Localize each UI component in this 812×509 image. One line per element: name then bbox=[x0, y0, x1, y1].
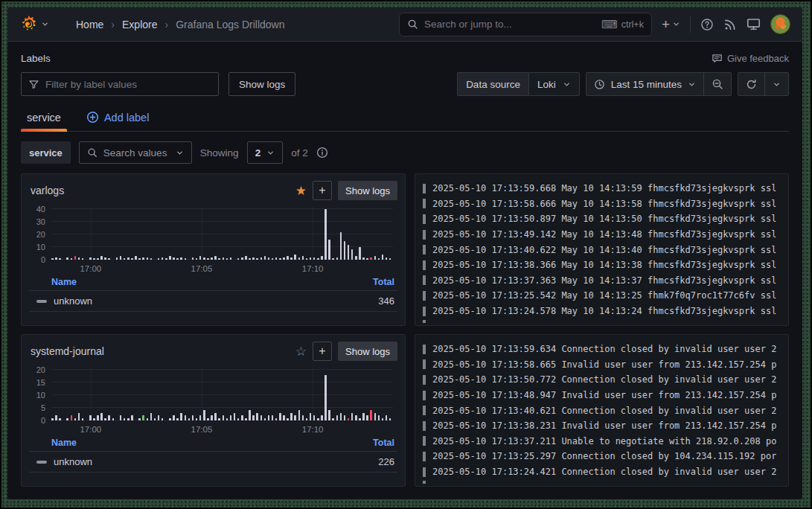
search-shortcut: ⌨ ctrl+k bbox=[601, 19, 644, 30]
top-nav-actions: ⌨ ctrl+k + bbox=[399, 13, 790, 36]
log-text: 2025-05-10 17:13:48.947 Invalid user use… bbox=[432, 390, 776, 400]
page-size-select[interactable]: 2 bbox=[247, 141, 284, 164]
zoom-out-button[interactable] bbox=[703, 73, 731, 95]
log-line[interactable]: 2025-05-10 17:13:59.634 Connection close… bbox=[423, 342, 788, 357]
log-line[interactable]: 2025-05-10 17:13:40.622 May 10 14:13:40 … bbox=[423, 242, 788, 257]
nav-divider bbox=[690, 16, 691, 33]
refresh-button[interactable] bbox=[738, 73, 764, 95]
include-filter-button[interactable]: + bbox=[313, 181, 332, 200]
time-range-picker[interactable]: Last 15 minutes bbox=[586, 73, 703, 95]
comment-icon bbox=[712, 53, 723, 64]
breadcrumb-separator-icon: › bbox=[111, 19, 115, 31]
global-search[interactable]: ⌨ ctrl+k bbox=[399, 13, 652, 36]
chevron-down-icon bbox=[176, 149, 184, 157]
log-line[interactable]: 2025-05-10 17:13:24.578 May 10 14:13:24 … bbox=[423, 304, 788, 319]
monitor-icon[interactable] bbox=[747, 17, 761, 31]
volume-chart[interactable]: 010203040 17:0017:0517:10 bbox=[26, 203, 399, 273]
refresh-interval-button[interactable] bbox=[764, 73, 788, 95]
plus-icon: + bbox=[662, 17, 670, 31]
info-icon[interactable] bbox=[316, 147, 328, 159]
log-level-bar bbox=[423, 199, 426, 208]
favorite-star-icon[interactable]: ☆ bbox=[295, 345, 307, 358]
log-line[interactable]: 2025-05-10 17:13:48.947 Invalid user use… bbox=[423, 388, 788, 403]
y-axis: 05101520 bbox=[26, 368, 45, 420]
org-switcher[interactable] bbox=[19, 15, 49, 33]
log-line[interactable]: 2025-05-10 17:13:38.231 Invalid user use… bbox=[423, 418, 788, 434]
log-text: 2025-05-10 17:13:38.366 May 10 14:13:38 … bbox=[432, 260, 776, 270]
datasource-select[interactable]: Loki bbox=[528, 72, 580, 96]
search-input[interactable] bbox=[424, 19, 595, 30]
new-menu-button[interactable]: + bbox=[662, 17, 680, 31]
log-line[interactable]: 2025-05-10 17:13:49.142 May 10 14:13:48 … bbox=[423, 227, 788, 243]
legend-name-header[interactable]: Name bbox=[51, 438, 77, 448]
field-chip: service bbox=[21, 141, 71, 164]
add-label-button[interactable]: Add label bbox=[86, 108, 149, 131]
keyboard-icon: ⌨ bbox=[601, 19, 618, 30]
datasource-picker: Data source Loki bbox=[457, 72, 580, 96]
log-level-bar bbox=[423, 467, 426, 477]
log-line[interactable]: 2025-05-10 17:13:38.366 May 10 14:13:38 … bbox=[423, 257, 788, 273]
main-content: Labels Give feedback Show logs Data sour… bbox=[7, 42, 802, 499]
log-text: 2025-05-10 17:13:50.897 May 10 14:13:50 … bbox=[432, 214, 776, 224]
label-filter-input[interactable] bbox=[21, 72, 219, 96]
include-filter-button[interactable]: + bbox=[313, 342, 332, 361]
log-text: 2025-05-10 17:13:38.231 Invalid user use… bbox=[432, 420, 776, 431]
circle-plus-icon bbox=[86, 111, 99, 124]
log-line[interactable]: 2025-05-10 17:13:24.421 Connection close… bbox=[423, 464, 788, 480]
log-text: 2025-05-10 17:13:40.622 May 10 14:13:40 … bbox=[432, 245, 776, 255]
breadcrumb-explore[interactable]: Explore bbox=[122, 19, 157, 31]
series-swatch bbox=[36, 300, 47, 303]
log-level-bar bbox=[423, 291, 426, 301]
log-line[interactable]: 2025-05-10 17:13:59.668 May 10 14:13:59 … bbox=[423, 181, 788, 196]
log-text: 2025-05-10 17:13:58.665 Invalid user use… bbox=[432, 359, 776, 370]
show-logs-button[interactable]: Show logs bbox=[338, 181, 397, 200]
breadcrumb-current: Grafana Logs Drilldown bbox=[176, 19, 284, 31]
favorite-star-icon[interactable]: ★ bbox=[295, 185, 307, 197]
log-line[interactable]: 2025-05-10 17:13:37.363 May 10 14:13:37 … bbox=[423, 273, 788, 289]
x-axis: 17:0017:0517:10 bbox=[51, 423, 393, 434]
volume-chart[interactable]: 05101520 17:0017:0517:10 bbox=[26, 364, 399, 434]
legend-row[interactable]: unknown 346 bbox=[29, 291, 397, 311]
log-line[interactable]: 2025-05-10 17:13:37.211 Unable to negoti… bbox=[423, 434, 788, 449]
user-avatar[interactable] bbox=[770, 14, 790, 34]
datasource-label: Data source bbox=[457, 72, 528, 96]
log-samples-varlogs: 2025-05-10 17:13:59.668 May 10 14:13:59 … bbox=[415, 173, 789, 326]
legend-row[interactable]: unknown 226 bbox=[29, 452, 397, 472]
give-feedback-link[interactable]: Give feedback bbox=[712, 53, 789, 64]
zoom-out-icon bbox=[712, 78, 723, 90]
log-text: 2025-05-10 17:13:24.578 May 10 14:13:24 … bbox=[432, 306, 776, 316]
desktop-frame: Home › Explore › Grafana Logs Drilldown … bbox=[1, 1, 811, 508]
filter-field[interactable] bbox=[45, 79, 211, 90]
breadcrumb: Home › Explore › Grafana Logs Drilldown bbox=[76, 19, 284, 31]
log-level-bar bbox=[423, 275, 426, 285]
legend-total-header[interactable]: Total bbox=[373, 438, 394, 448]
plot-area bbox=[51, 207, 393, 260]
show-logs-button[interactable]: Show logs bbox=[228, 72, 295, 96]
log-line[interactable]: 2025-05-10 17:13:25.297 Connection close… bbox=[423, 449, 788, 464]
refresh-icon bbox=[746, 79, 757, 90]
news-rss-icon[interactable] bbox=[723, 18, 737, 31]
tab-service[interactable]: service bbox=[21, 109, 67, 131]
active-tab-underline bbox=[21, 129, 67, 132]
log-level-bar bbox=[423, 452, 426, 461]
log-line[interactable]: 2025-05-10 17:13:50.772 Connection close… bbox=[423, 372, 788, 388]
series-name: unknown bbox=[54, 456, 92, 467]
legend-total-header[interactable]: Total bbox=[373, 277, 394, 287]
log-text: 2025-05-10 17:13:59.634 Connection close… bbox=[432, 344, 776, 354]
log-level-bar bbox=[423, 375, 426, 385]
log-line[interactable]: 2025-05-10 17:13:58.666 May 10 14:13:58 … bbox=[423, 196, 788, 212]
panel-title: systemd-journal bbox=[31, 345, 290, 357]
show-logs-button[interactable]: Show logs bbox=[338, 342, 397, 361]
log-level-bar bbox=[423, 307, 426, 316]
help-icon[interactable] bbox=[700, 18, 714, 31]
log-level-bar bbox=[423, 359, 426, 369]
log-line[interactable]: 2025-05-10 17:13:40.621 Connection close… bbox=[423, 403, 788, 418]
search-values-select[interactable]: Search values bbox=[79, 141, 192, 164]
legend-name-header[interactable]: Name bbox=[51, 277, 77, 287]
label-tabs: service Add label bbox=[21, 108, 789, 132]
log-line[interactable]: 2025-05-10 17:13:50.897 May 10 14:13:50 … bbox=[423, 211, 788, 227]
log-line[interactable]: 2025-05-10 17:13:25.542 May 10 14:13:25 … bbox=[423, 288, 788, 304]
breadcrumb-home[interactable]: Home bbox=[76, 19, 103, 31]
log-line[interactable]: 2025-05-10 17:13:58.665 Invalid user use… bbox=[423, 357, 788, 373]
chevron-down-icon bbox=[672, 20, 680, 28]
